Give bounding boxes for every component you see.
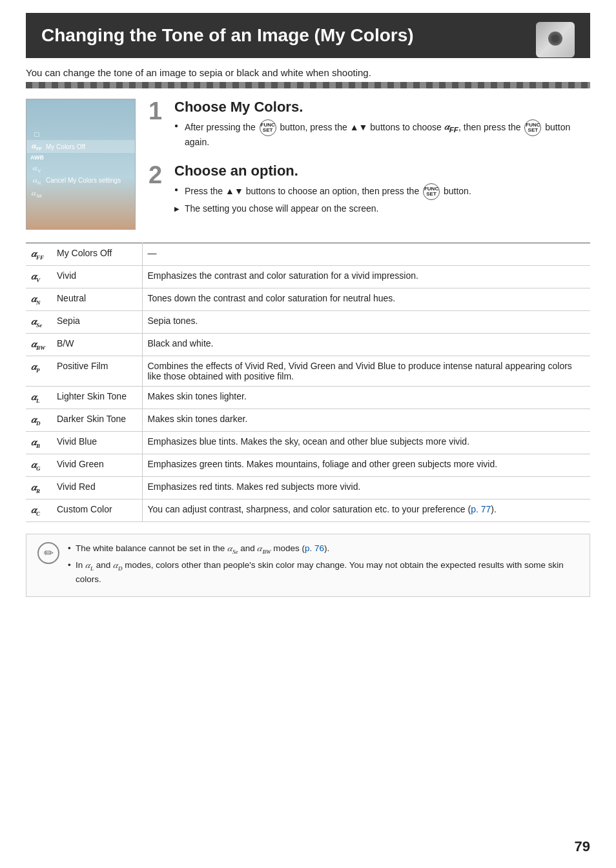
table-cell-icon: 𝛼C xyxy=(26,499,52,521)
func-btn-2: FUNCSET xyxy=(524,119,541,136)
table-cell-desc: Makes skin tones darker. xyxy=(142,409,590,431)
table-cell-name: Sepia xyxy=(52,310,142,333)
page-title: Changing the Tone of an Image (My Colors… xyxy=(41,25,575,46)
steps-content: 1 Choose My Colors. After pressing the F… xyxy=(149,99,590,230)
table-cell-name: Vivid xyxy=(52,265,142,288)
arrow-ud-1: ▲▼ xyxy=(350,122,368,132)
note-alpha-d: 𝛼D xyxy=(113,560,123,570)
table-cell-icon: 𝛼N xyxy=(26,288,52,310)
step-1-title: Choose My Colors. xyxy=(174,99,590,116)
camera-lens xyxy=(548,31,562,45)
table-row: 𝛼G Vivid Green Emphasizes green tints. M… xyxy=(26,454,590,476)
table-cell-desc: Emphasizes blue tints. Makes the sky, oc… xyxy=(142,431,590,454)
menu-icon-6: 𝛼Se xyxy=(30,188,43,198)
table-cell-desc: Tones down the contrast and color satura… xyxy=(142,288,590,310)
menu-icon-4: 𝛼V xyxy=(30,163,43,173)
step-2-bullets: Press the ▲▼ buttons to choose an option… xyxy=(174,183,471,216)
note-icon-wrap: ✏ xyxy=(37,542,60,564)
table-cell-name: Vivid Green xyxy=(52,454,142,476)
func-btn-3: FUNCSET xyxy=(423,183,440,200)
func-btn-1: FUNCSET xyxy=(260,119,276,136)
table-cell-icon: 𝛼R xyxy=(26,476,52,499)
camera-image: □ 𝛼FF My Colors Off AWB 𝛼V 𝛼N Cancel My … xyxy=(26,99,136,230)
step-2-bullet-2: The setting you chose will appear on the… xyxy=(174,203,471,216)
step-2: 2 Choose an option. Press the ▲▼ buttons… xyxy=(149,163,590,218)
table-cell-desc: Sepia tones. xyxy=(142,310,590,333)
page-number: 79 xyxy=(575,838,590,855)
note-list: The white balance cannot be set in the 𝛼… xyxy=(68,542,579,587)
table-row: 𝛼Se Sepia Sepia tones. xyxy=(26,310,590,333)
alpha-ff-ref: 𝛼FF xyxy=(444,121,458,132)
table-cell-desc: — xyxy=(142,243,590,265)
menu-item-2-selected: 𝛼FF My Colors Off xyxy=(26,140,135,152)
menu-icon-2: 𝛼FF xyxy=(30,141,43,151)
menu-item-4: 𝛼V xyxy=(26,162,135,174)
table-cell-name: Neutral xyxy=(52,288,142,310)
note-section: ✏ The white balance cannot be set in the… xyxy=(26,534,590,598)
table-cell-icon: 𝛼P xyxy=(26,356,52,386)
my-colors-table: 𝛼FF My Colors Off — 𝛼V Vivid Emphasizes … xyxy=(26,243,590,522)
step-2-title: Choose an option. xyxy=(174,163,471,179)
table-cell-icon: 𝛼V xyxy=(26,265,52,288)
table-cell-name: Lighter Skin Tone xyxy=(52,386,142,409)
step-2-body: Choose an option. Press the ▲▼ buttons t… xyxy=(174,163,471,218)
table-cell-icon: 𝛼G xyxy=(26,454,52,476)
table-row: 𝛼D Darker Skin Tone Makes skin tones dar… xyxy=(26,409,590,431)
link-p76[interactable]: p. 76 xyxy=(305,543,324,553)
table-cell-icon: 𝛼BW xyxy=(26,333,52,356)
note-alpha-l: 𝛼L xyxy=(85,560,94,570)
table-cell-name: B/W xyxy=(52,333,142,356)
table-cell-desc: You can adjust contrast, sharpness, and … xyxy=(142,499,590,521)
table-cell-name: Vivid Blue xyxy=(52,431,142,454)
table-cell-desc: Emphasizes the contrast and color satura… xyxy=(142,265,590,288)
step-1-bullets: After pressing the FUNCSET button, press… xyxy=(174,119,590,149)
menu-item-5: 𝛼N Cancel My Colors settings xyxy=(26,174,135,187)
table-cell-name: My Colors Off xyxy=(52,243,142,265)
menu-icon-1: □ xyxy=(30,130,43,139)
menu-item-6: 𝛼Se xyxy=(26,187,135,199)
table-cell-name: Vivid Red xyxy=(52,476,142,499)
table-cell-icon: 𝛼Se xyxy=(26,310,52,333)
step-1: 1 Choose My Colors. After pressing the F… xyxy=(149,99,590,152)
menu-item-3: AWB xyxy=(26,153,135,162)
camera-thumbnail xyxy=(536,22,575,57)
table-cell-name: Positive Film xyxy=(52,356,142,386)
steps-section: □ 𝛼FF My Colors Off AWB 𝛼V 𝛼N Cancel My … xyxy=(26,99,590,230)
step-1-bullet-1: After pressing the FUNCSET button, press… xyxy=(174,119,590,149)
step-2-number: 2 xyxy=(149,163,168,187)
arrow-ud-2: ▲▼ xyxy=(225,186,243,196)
menu-icon-5: 𝛼N xyxy=(30,176,43,185)
table-cell-desc: Emphasizes green tints. Makes mountains,… xyxy=(142,454,590,476)
table-row: 𝛼B Vivid Blue Emphasizes blue tints. Mak… xyxy=(26,431,590,454)
note-item-2: In 𝛼L and 𝛼D modes, colors other than pe… xyxy=(68,559,579,586)
step-1-number: 1 xyxy=(149,99,168,123)
menu-icon-3: AWB xyxy=(30,154,44,161)
camera-menu-overlay: □ 𝛼FF My Colors Off AWB 𝛼V 𝛼N Cancel My … xyxy=(26,99,135,229)
table-row: 𝛼V Vivid Emphasizes the contrast and col… xyxy=(26,265,590,288)
menu-label-5: Cancel My Colors settings xyxy=(46,177,121,184)
note-alpha-bw: 𝛼BW xyxy=(257,543,271,553)
menu-label-2: My Colors Off xyxy=(46,143,85,150)
table-row: 𝛼C Custom Color You can adjust contrast,… xyxy=(26,499,590,521)
page-header: Changing the Tone of an Image (My Colors… xyxy=(26,13,590,58)
table-row: 𝛼R Vivid Red Emphasizes red tints. Makes… xyxy=(26,476,590,499)
note-icon: ✏ xyxy=(37,542,59,564)
table-cell-desc: Emphasizes red tints. Makes red subjects… xyxy=(142,476,590,499)
table-row: 𝛼L Lighter Skin Tone Makes skin tones li… xyxy=(26,386,590,409)
link-p77[interactable]: p. 77 xyxy=(471,504,491,514)
note-alpha-se: 𝛼Se xyxy=(227,543,238,553)
menu-item-1: □ xyxy=(26,128,135,140)
step-2-bullet-1: Press the ▲▼ buttons to choose an option… xyxy=(174,183,471,200)
table-cell-icon: 𝛼D xyxy=(26,409,52,431)
note-content: The white balance cannot be set in the 𝛼… xyxy=(68,542,579,589)
table-cell-icon: 𝛼FF xyxy=(26,243,52,265)
table-cell-name: Darker Skin Tone xyxy=(52,409,142,431)
table-row: 𝛼BW B/W Black and white. xyxy=(26,333,590,356)
table-row: 𝛼FF My Colors Off — xyxy=(26,243,590,265)
table-cell-name: Custom Color xyxy=(52,499,142,521)
note-item-1: The white balance cannot be set in the 𝛼… xyxy=(68,542,579,556)
step-1-body: Choose My Colors. After pressing the FUN… xyxy=(174,99,590,152)
camera-screen: □ 𝛼FF My Colors Off AWB 𝛼V 𝛼N Cancel My … xyxy=(26,99,135,229)
table-cell-icon: 𝛼B xyxy=(26,431,52,454)
table-cell-desc: Black and white. xyxy=(142,333,590,356)
